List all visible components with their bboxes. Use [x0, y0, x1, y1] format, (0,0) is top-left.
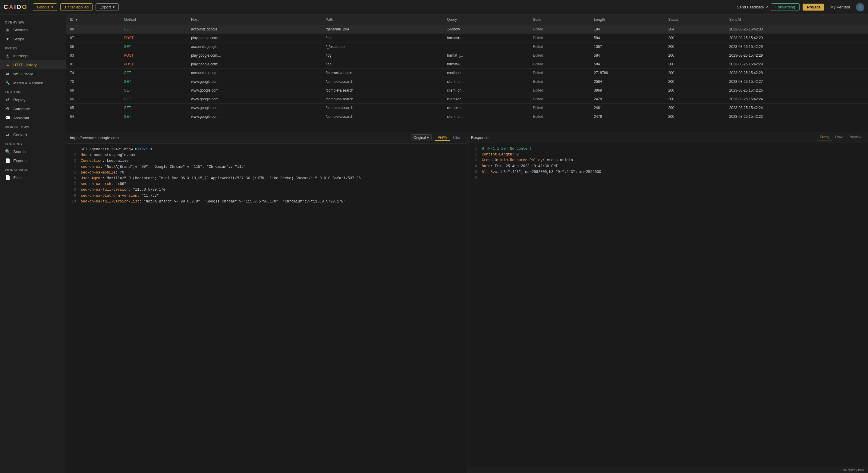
automate-icon: ⚙ [5, 106, 10, 111]
cell-status: 200 [664, 77, 725, 86]
sidebar-item-http-history[interactable]: ≡ HTTP History [0, 60, 66, 69]
sidebar-section-testing: Testing [0, 87, 66, 95]
source-selector-label: Google [37, 5, 50, 9]
cell-query: continue... [443, 69, 529, 77]
col-id[interactable]: ID ▼ [66, 14, 120, 25]
sidebar-item-replay[interactable]: ↺ Replay [0, 95, 66, 104]
code-line: 1GET /generate_204?1-Mbqw HTTP/1.1 [70, 147, 464, 152]
code-line: 2Host: accounts.google.com [70, 152, 464, 158]
tab-pretty-response[interactable]: Pretty [817, 134, 832, 140]
cell-status: 200 [664, 86, 725, 95]
cell-state: Edited [529, 25, 590, 34]
col-path[interactable]: Path [322, 14, 443, 25]
table-row[interactable]: 81 POST play.google.com:... /log format=… [66, 60, 868, 69]
col-length[interactable]: Length [590, 14, 665, 25]
sidebar-item-match-replace[interactable]: 🔧 Match & Replace [0, 78, 66, 87]
table-row[interactable]: 66 GET www.google.com:... /complete/sear… [66, 95, 868, 104]
mode-selector[interactable]: Original ▾ [411, 134, 432, 141]
table-row[interactable]: 86 GET accounts.google.... /_/bscframe E… [66, 42, 868, 51]
tab-raw-response[interactable]: Raw [832, 134, 845, 140]
cell-host: www.google.com:... [187, 86, 322, 95]
sidebar-item-label: Match & Replace [13, 81, 43, 85]
sidebar-item-sitemap[interactable]: ⊞ Sitemap [0, 25, 66, 34]
files-icon: 📄 [5, 175, 10, 180]
cell-state: Edited [529, 95, 590, 104]
line-number: 7 [471, 181, 477, 187]
cell-state: Edited [529, 69, 590, 77]
convert-icon: ⇄ [5, 132, 10, 137]
content-area: ID ▼ Method Host Path Query State Length… [66, 14, 868, 473]
line-content: Content-Length: 0 [482, 152, 865, 158]
tab-preview-response[interactable]: Preview [845, 134, 864, 140]
cell-id: 83 [66, 51, 120, 60]
tab-raw-request[interactable]: Raw [450, 135, 463, 141]
sidebar-item-ws-history[interactable]: ⇄ WS History [0, 69, 66, 78]
topbar: CAIDO Google ▾ 1 filter applied Export ▾… [0, 0, 868, 14]
cell-method: POST [120, 60, 187, 69]
cell-sent-at: 2023-08-25 15:42:24 [726, 104, 868, 113]
cell-host: www.google.com:... [187, 113, 322, 121]
table-row[interactable]: 87 POST play.google.com:... /log format=… [66, 34, 868, 42]
line-content: GET /generate_204?1-Mbqw HTTP/1.1 [81, 147, 464, 152]
sidebar-item-label: Files [13, 175, 22, 180]
cell-status: 200 [664, 113, 725, 121]
line-number: 10 [70, 199, 76, 204]
cell-sent-at: 2023-08-25 15:42:27 [726, 77, 868, 86]
col-sent-at[interactable]: Sent At [726, 14, 868, 25]
sidebar-item-search[interactable]: 🔍 Search [0, 147, 66, 156]
sidebar-item-exports[interactable]: 📄 Exports [0, 156, 66, 165]
col-query[interactable]: Query [443, 14, 529, 25]
code-line: 5Alt-Svc: h3=":443"; ma=2592000,h3-29=":… [471, 169, 865, 175]
source-selector-button[interactable]: Google ▾ [33, 3, 57, 11]
cell-state: Edited [529, 42, 590, 51]
table-row[interactable]: 88 GET accounts.google.... /generate_204… [66, 25, 868, 34]
col-host[interactable]: Host [187, 14, 322, 25]
col-state[interactable]: State [529, 14, 590, 25]
pentest-button[interactable]: My Pentest [827, 4, 853, 10]
table-row[interactable]: 70 GET www.google.com:... /complete/sear… [66, 77, 868, 86]
export-button[interactable]: Export ▾ [96, 3, 119, 11]
cell-length: 3969 [590, 86, 665, 95]
tab-pretty-request[interactable]: Pretty [435, 135, 450, 141]
sidebar-item-scope[interactable]: ▼ Scope [0, 34, 66, 43]
col-status[interactable]: Status [664, 14, 725, 25]
filter-button[interactable]: 1 filter applied [60, 3, 93, 11]
send-feedback-button[interactable]: Send Feedback ↗ [737, 5, 768, 9]
code-line: 6 [471, 175, 865, 181]
cell-host: play.google.com:... [187, 51, 322, 60]
cell-method: GET [120, 25, 187, 34]
cell-id: 87 [66, 34, 120, 42]
cell-path: /log [322, 34, 443, 42]
line-content: sec-ch-ua-full-version: "115.0.5790.170" [81, 187, 464, 193]
cell-status: 204 [664, 25, 725, 34]
cell-method: GET [120, 77, 187, 86]
cell-id: 64 [66, 113, 120, 121]
replay-icon: ↺ [5, 97, 10, 102]
table-row[interactable]: 64 GET www.google.com:... /complete/sear… [66, 113, 868, 121]
table-row[interactable]: 69 GET www.google.com:... /complete/sear… [66, 86, 868, 95]
cell-host: www.google.com:... [187, 77, 322, 86]
line-content: sec-ch-ua-arch: "x86" [81, 181, 464, 187]
cell-length: 2461 [590, 104, 665, 113]
project-button[interactable]: Project [803, 4, 824, 10]
code-line: 2Content-Length: 0 [471, 152, 865, 158]
cell-query: client=ch... [443, 104, 529, 113]
search-icon: 🔍 [5, 149, 10, 154]
table-row[interactable]: 65 GET www.google.com:... /complete/sear… [66, 104, 868, 113]
cell-path: /complete/search [322, 77, 443, 86]
sidebar-item-automate[interactable]: ⚙ Automate [0, 104, 66, 113]
table-row[interactable]: 74 GET accounts.google.... /InteractiveL… [66, 69, 868, 77]
sidebar-item-intercept[interactable]: ◎ Intercept [0, 51, 66, 60]
cell-id: 86 [66, 42, 120, 51]
cell-method: GET [120, 113, 187, 121]
response-code-area: 1HTTP/1.1 204 No Content2Content-Length:… [467, 143, 868, 467]
cell-status: 200 [664, 95, 725, 104]
sidebar-item-convert[interactable]: ⇄ Convert [0, 130, 66, 139]
sidebar-item-files[interactable]: 📄 Files [0, 173, 66, 182]
forwarding-button[interactable]: Forwarding [771, 3, 800, 11]
table-row[interactable]: 83 POST play.google.com:... /log format=… [66, 51, 868, 60]
col-method[interactable]: Method [120, 14, 187, 25]
code-line: 6User-Agent: Mozilla/5.0 (Macintosh; Int… [70, 176, 464, 181]
avatar[interactable]: 👤 [856, 3, 864, 11]
sidebar-item-assistant[interactable]: 💬 Assistant [0, 113, 66, 122]
